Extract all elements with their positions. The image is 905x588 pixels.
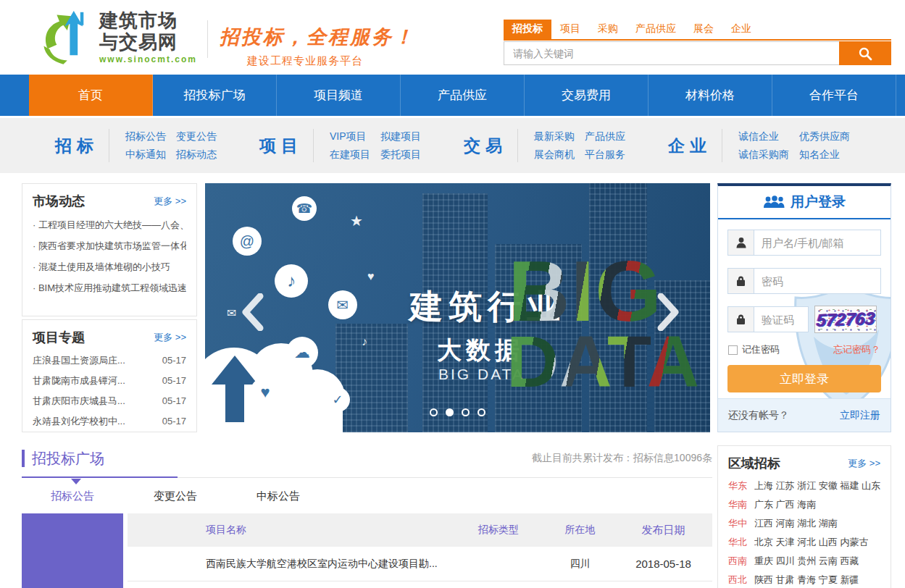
region-provinces[interactable]: 北京 天津 河北 山西 内蒙古 bbox=[754, 533, 868, 552]
subnav-link[interactable]: 变更公告 bbox=[176, 130, 217, 143]
carousel-next-arrow[interactable] bbox=[656, 293, 681, 331]
tab-change-announcement[interactable]: 变更公告 bbox=[154, 490, 197, 503]
nav-item-product-supply[interactable]: 产品供应 bbox=[401, 75, 525, 116]
region-row: 华北 北京 天津 河北 山西 内蒙古 bbox=[728, 533, 880, 552]
subnav-link[interactable]: 平台服务 bbox=[585, 148, 625, 161]
subnav-link[interactable]: 招标动态 bbox=[176, 148, 217, 161]
search-tab-expo[interactable]: 展会 bbox=[685, 20, 722, 39]
subnav-link[interactable]: 招标公告 bbox=[125, 130, 166, 143]
region-row: 华中 江西 河南 湖北 湖南 bbox=[728, 514, 880, 533]
topic-date: 05-17 bbox=[162, 391, 186, 411]
carousel-prev-arrow[interactable] bbox=[240, 293, 264, 331]
plaza-title: 招投标广场 bbox=[32, 449, 104, 469]
subnav-link[interactable]: 中标通知 bbox=[125, 148, 166, 161]
regional-more-link[interactable]: 更多 >> bbox=[848, 457, 880, 470]
captcha-image[interactable]: 572763 bbox=[814, 306, 877, 333]
subnav-link[interactable]: 诚信企业 bbox=[738, 130, 789, 143]
region-name[interactable]: 华中 bbox=[728, 514, 747, 533]
subnav-link[interactable]: 最新采购 bbox=[534, 130, 575, 143]
carousel-dot-1[interactable] bbox=[430, 408, 438, 416]
region-name[interactable]: 华北 bbox=[728, 533, 747, 552]
region-provinces[interactable]: 广东 广西 海南 bbox=[754, 495, 816, 514]
subnav-link[interactable]: 优秀供应商 bbox=[799, 130, 850, 143]
slogan-main: 招投标，全程服务！ bbox=[220, 24, 415, 50]
carousel-dot-3[interactable] bbox=[462, 408, 470, 416]
topic-name[interactable]: 庄浪县国土资源局庄... bbox=[33, 350, 125, 371]
forgot-password-link[interactable]: 忘记密码？ bbox=[833, 343, 880, 356]
lock-icon bbox=[727, 268, 754, 294]
captcha-input[interactable] bbox=[754, 306, 809, 332]
search-tab-bidding[interactable]: 招投标 bbox=[504, 20, 551, 39]
subnav-link[interactable]: 拟建项目 bbox=[380, 130, 421, 143]
slogan-sub: 建设工程专业服务平台 bbox=[247, 54, 415, 68]
market-news-box: 市场动态 更多 >> 工程项目经理的六大绝技——八会、... 陕西省要求加快建筑… bbox=[22, 183, 197, 316]
region-row: 西北 陕西 甘肃 青海 宁夏 新疆 bbox=[728, 571, 880, 588]
slogan: 招投标，全程服务！ 建设工程专业服务平台 bbox=[220, 24, 415, 68]
carousel-dot-2[interactable] bbox=[446, 408, 454, 416]
search-tab-company[interactable]: 企业 bbox=[722, 20, 760, 39]
news-item[interactable]: 混凝土使用及墙体堆砌的小技巧 bbox=[33, 256, 186, 277]
subnav-link[interactable]: VIP项目 bbox=[330, 130, 370, 143]
region-provinces[interactable]: 江西 河南 湖北 湖南 bbox=[754, 514, 838, 533]
news-item[interactable]: 陕西省要求加快建筑市场监管一体化... bbox=[33, 235, 186, 256]
nav-item-partner-platform[interactable]: 合作平台 bbox=[772, 75, 896, 116]
subnav-label-company[interactable]: 企业 bbox=[668, 135, 712, 157]
search-input[interactable] bbox=[504, 41, 839, 65]
tab-bid-announcement[interactable]: 招标公告 bbox=[51, 490, 94, 503]
region-name[interactable]: 华南 bbox=[728, 495, 747, 514]
table-row: 西南民族大学航空港校区室内运动中心建设项目勘... 四川 2018-05-18 bbox=[128, 547, 712, 581]
table-row bbox=[128, 581, 712, 588]
tab-win-announcement[interactable]: 中标公告 bbox=[257, 490, 300, 503]
subnav-label-trade[interactable]: 交易 bbox=[464, 135, 507, 157]
news-item[interactable]: BIM技术应用推动建筑工程领域迅速... bbox=[33, 277, 186, 298]
subnav-link[interactable]: 委托项目 bbox=[380, 148, 421, 161]
topic-name[interactable]: 永靖县刘化学校初中... bbox=[33, 411, 125, 432]
subnav-link[interactable]: 产品供应 bbox=[585, 130, 625, 143]
region-row: 华南 广东 广西 海南 bbox=[728, 495, 880, 514]
search-icon bbox=[858, 46, 872, 61]
region-row: 西南 重庆 四川 贵州 云南 西藏 bbox=[728, 552, 880, 571]
project-topics-more-link[interactable]: 更多 >> bbox=[154, 331, 186, 344]
cell-project-name[interactable]: 西南民族大学航空港校区室内运动中心建设项目勘... bbox=[128, 558, 451, 571]
site-name-line1: 建筑市场 bbox=[99, 9, 197, 31]
region-provinces[interactable]: 重庆 四川 贵州 云南 西藏 bbox=[754, 552, 859, 571]
market-news-more-link[interactable]: 更多 >> bbox=[154, 195, 186, 208]
social-glyph: ♥ bbox=[367, 270, 375, 283]
username-input[interactable] bbox=[754, 230, 881, 256]
search-tab-procurement[interactable]: 采购 bbox=[589, 20, 627, 39]
region-provinces[interactable]: 陕西 甘肃 青海 宁夏 新疆 bbox=[754, 571, 859, 588]
topic-name[interactable]: 甘肃庆阳市庆城县马... bbox=[33, 391, 125, 411]
subnav-link[interactable]: 诚信采购商 bbox=[738, 148, 789, 161]
login-header: 用户登录 bbox=[718, 186, 891, 219]
plaza-ad-image[interactable] bbox=[22, 513, 123, 588]
site-logo[interactable]: 建筑市场 与交易网 www.sinocmt.com bbox=[40, 9, 197, 65]
region-provinces[interactable]: 上海 江苏 浙江 安徽 福建 山东 bbox=[754, 476, 880, 495]
nav-item-home[interactable]: 首页 bbox=[29, 75, 153, 116]
topic-name[interactable]: 甘肃陇南市成县镡河... bbox=[33, 371, 125, 391]
subnav-label-bidding[interactable]: 招标 bbox=[55, 135, 99, 157]
remember-checkbox[interactable] bbox=[728, 345, 738, 355]
register-link[interactable]: 立即注册 bbox=[840, 409, 880, 422]
nav-item-trade-fees[interactable]: 交易费用 bbox=[525, 75, 648, 116]
carousel-dots bbox=[205, 408, 710, 416]
carousel-dot-4[interactable] bbox=[477, 408, 485, 416]
region-name[interactable]: 西南 bbox=[728, 552, 747, 571]
plaza-stats: 截止目前共累计发布：招标信息10096条 bbox=[532, 452, 712, 465]
login-form: 572763 记住密码 忘记密码？ 立即登录 bbox=[718, 219, 891, 392]
password-input[interactable] bbox=[754, 268, 881, 294]
subnav-link[interactable]: 知名企业 bbox=[799, 148, 850, 161]
subnav-link[interactable]: 展会商机 bbox=[534, 148, 575, 161]
password-row bbox=[727, 268, 881, 294]
region-name[interactable]: 西北 bbox=[728, 571, 747, 588]
nav-item-material-prices[interactable]: 材料价格 bbox=[648, 75, 772, 116]
login-button[interactable]: 立即登录 bbox=[727, 365, 881, 392]
search-tab-supply[interactable]: 产品供应 bbox=[627, 20, 685, 39]
subnav-link[interactable]: 在建项目 bbox=[330, 148, 370, 161]
subnav-label-project[interactable]: 项目 bbox=[259, 135, 303, 157]
nav-item-bidding-plaza[interactable]: 招投标广场 bbox=[153, 75, 277, 116]
news-item[interactable]: 工程项目经理的六大绝技——八会、... bbox=[33, 214, 186, 235]
region-name[interactable]: 华东 bbox=[728, 476, 747, 495]
search-button[interactable] bbox=[839, 41, 891, 65]
search-tab-project[interactable]: 项目 bbox=[551, 20, 589, 39]
nav-item-project-channel[interactable]: 项目频道 bbox=[277, 75, 401, 116]
